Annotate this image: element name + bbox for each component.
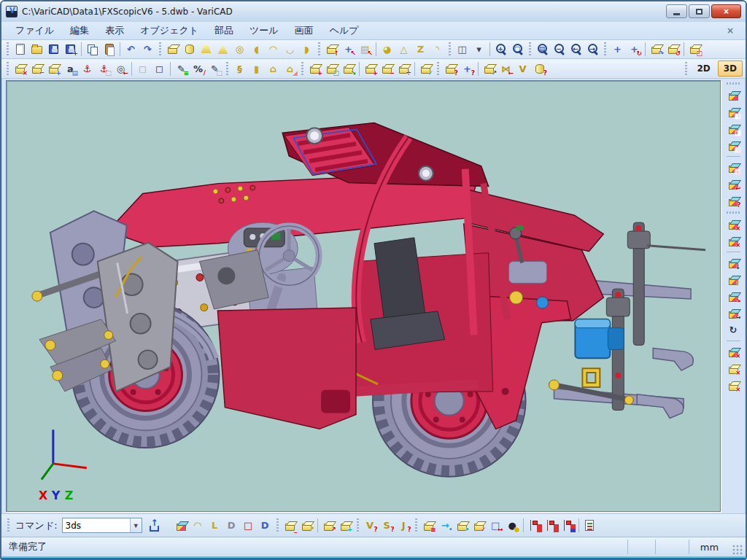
menubar-close-icon[interactable]: × bbox=[722, 26, 738, 36]
view-solid-front-button[interactable]: ◧ bbox=[725, 104, 742, 120]
zoom-window-button[interactable]: − bbox=[551, 41, 568, 58]
solid-sphere-segment-button[interactable]: ◕ bbox=[379, 41, 395, 58]
undelete-solid-button[interactable]: ⌐ bbox=[28, 61, 45, 77]
spec-list-button[interactable] bbox=[581, 517, 598, 534]
save-file-button[interactable] bbox=[45, 41, 62, 58]
menu-screen[interactable]: 画面 bbox=[288, 23, 320, 39]
insert-anchor-group-button[interactable]: ⚓□ bbox=[96, 61, 112, 77]
command-bar-grip[interactable] bbox=[7, 518, 9, 532]
solid-pipe-elbow-3-button[interactable]: ◡ bbox=[282, 41, 298, 58]
insert-block-button[interactable] bbox=[173, 517, 190, 534]
menu-edit[interactable]: 編集 bbox=[63, 23, 96, 39]
solid-cylinder-button[interactable] bbox=[181, 41, 198, 58]
insert-sheet-button[interactable]: ▤↖ bbox=[357, 41, 374, 58]
zoom-solids-button[interactable]: □ bbox=[509, 41, 526, 58]
solid-tube-button[interactable]: ◎ bbox=[231, 41, 248, 58]
query-j-button[interactable]: J? bbox=[395, 517, 412, 534]
set-color-button[interactable]: ✎≡ bbox=[173, 61, 190, 77]
transform-part-button[interactable]: □↔ bbox=[487, 517, 504, 534]
zoom-in-button[interactable]: + bbox=[492, 41, 509, 58]
check-part-button[interactable]: ✓ bbox=[471, 517, 487, 534]
toolbar-grip[interactable] bbox=[415, 518, 417, 532]
paste-button[interactable] bbox=[101, 41, 117, 58]
move-rotate-solid-button[interactable]: ↷ bbox=[648, 41, 665, 58]
solid-z-profile-button[interactable]: Z bbox=[412, 41, 429, 58]
delete-all-hidden-button[interactable]: × bbox=[725, 377, 742, 394]
viewport-3d[interactable]: X Y Z bbox=[6, 80, 721, 512]
d-profile-button[interactable]: D bbox=[223, 517, 240, 534]
menu-file[interactable]: ファイル bbox=[9, 23, 61, 39]
assembly-list-2-button[interactable] bbox=[560, 517, 576, 534]
refresh-solids-button[interactable]: ↻ bbox=[725, 322, 742, 338]
set-transparency-button[interactable]: %/ bbox=[190, 61, 206, 77]
copy-solid-button[interactable]: □ bbox=[323, 61, 340, 77]
undo-button[interactable]: ↶ bbox=[123, 41, 139, 58]
toolbar-grip[interactable] bbox=[727, 211, 740, 214]
mode-3d-button[interactable]: 3D bbox=[718, 61, 743, 77]
copy-button[interactable] bbox=[84, 41, 101, 58]
solid-cone-button[interactable] bbox=[214, 41, 231, 58]
snap-mode-button[interactable]: ◎← bbox=[112, 61, 129, 77]
roof-solid-button[interactable]: ⌂ bbox=[265, 61, 282, 77]
toolbar-grip[interactable] bbox=[226, 62, 228, 76]
part-links-button[interactable]: →• bbox=[437, 517, 454, 534]
solid-frustum-button[interactable] bbox=[198, 41, 214, 58]
toolbar-grip[interactable] bbox=[727, 82, 740, 85]
unload-solid-button[interactable]: × bbox=[725, 216, 742, 233]
paste-solid-button[interactable]: ↘ bbox=[340, 61, 357, 77]
move-solid-button[interactable]: + bbox=[45, 61, 62, 77]
menu-tools[interactable]: ツール bbox=[243, 23, 285, 39]
toolbar-grip[interactable] bbox=[437, 62, 439, 76]
axes-info-button[interactable]: +? bbox=[459, 61, 476, 77]
shaded-display-button[interactable]: ◻ bbox=[151, 61, 168, 77]
export-solid-button[interactable]: ↘ bbox=[725, 288, 742, 305]
query-s-button[interactable]: S? bbox=[379, 517, 395, 534]
toolbar-grip[interactable] bbox=[276, 518, 279, 532]
query-v-button[interactable]: V? bbox=[362, 517, 379, 534]
workplane-add-button[interactable]: + bbox=[337, 517, 354, 534]
resize-grip[interactable] bbox=[732, 545, 743, 555]
assembly-tree-button[interactable] bbox=[526, 517, 543, 534]
rotate-view-button[interactable]: +↻ bbox=[626, 41, 643, 58]
hide-solid-button[interactable]: ◨ bbox=[725, 120, 742, 137]
title-bar[interactable]: C:\VariCAD\Data1\FXScopicV6 - 5.dwb - Va… bbox=[1, 1, 746, 22]
solid-pyramid-button[interactable]: △ bbox=[395, 41, 412, 58]
toolbar-grip[interactable] bbox=[604, 42, 606, 56]
edit-attributes-button[interactable]: a▤ bbox=[62, 61, 79, 77]
remove-from-file-button[interactable]: × bbox=[725, 343, 742, 360]
view-query-button[interactable]: ? bbox=[725, 192, 742, 209]
run-command-button[interactable]: ↑ bbox=[147, 518, 163, 534]
view-cube-menu-button[interactable]: ▾ bbox=[471, 41, 487, 58]
insert-solid-button[interactable]: + bbox=[306, 61, 323, 77]
import-solid-button[interactable]: ↪ bbox=[725, 305, 742, 322]
redo-button[interactable]: ↷ bbox=[139, 41, 156, 58]
mode-2d-button[interactable]: 2D bbox=[691, 61, 716, 77]
solid-curved-pipe-button[interactable]: ◝ bbox=[429, 41, 446, 58]
send-to-back-button[interactable]: ↩ bbox=[725, 176, 742, 192]
union-solids-button[interactable]: + bbox=[362, 61, 379, 77]
render-drops-button[interactable]: ●● bbox=[504, 517, 521, 534]
roof-solid-2-button[interactable]: ⌂◢ bbox=[282, 61, 298, 77]
toolbar-grip[interactable] bbox=[7, 62, 9, 76]
measure-distance-button[interactable]: ↗ bbox=[481, 61, 498, 77]
check-interference-button[interactable]: ✓ bbox=[417, 61, 434, 77]
show-solid-button[interactable]: ◧ bbox=[725, 137, 742, 154]
cylinder-query-button[interactable]: ? bbox=[531, 61, 548, 77]
menu-view[interactable]: 表示 bbox=[98, 23, 131, 39]
toolbar-grip[interactable] bbox=[449, 42, 451, 56]
thread-tool-button[interactable]: § bbox=[231, 61, 248, 77]
minimize-button[interactable] bbox=[666, 4, 687, 18]
subtract-solids-button[interactable]: − bbox=[379, 61, 395, 77]
toolbar-grip[interactable] bbox=[529, 42, 531, 56]
assembly-list-button[interactable] bbox=[543, 517, 560, 534]
insert-anchor-button[interactable]: ⚓ bbox=[79, 61, 96, 77]
solid-pipe-elbow-button[interactable]: ◖ bbox=[248, 41, 265, 58]
sketch-base-button[interactable]: _ bbox=[282, 517, 298, 534]
l-profile-button[interactable]: L bbox=[206, 517, 223, 534]
toolbar-grip[interactable] bbox=[318, 42, 320, 56]
close-button[interactable]: × bbox=[711, 4, 741, 18]
zoom-all-button[interactable]: ▤ bbox=[534, 41, 551, 58]
view-cube-button[interactable]: ◫ bbox=[454, 41, 471, 58]
shell-solid-button[interactable]: V bbox=[514, 61, 531, 77]
menu-object[interactable]: オブジェクト bbox=[133, 23, 205, 39]
